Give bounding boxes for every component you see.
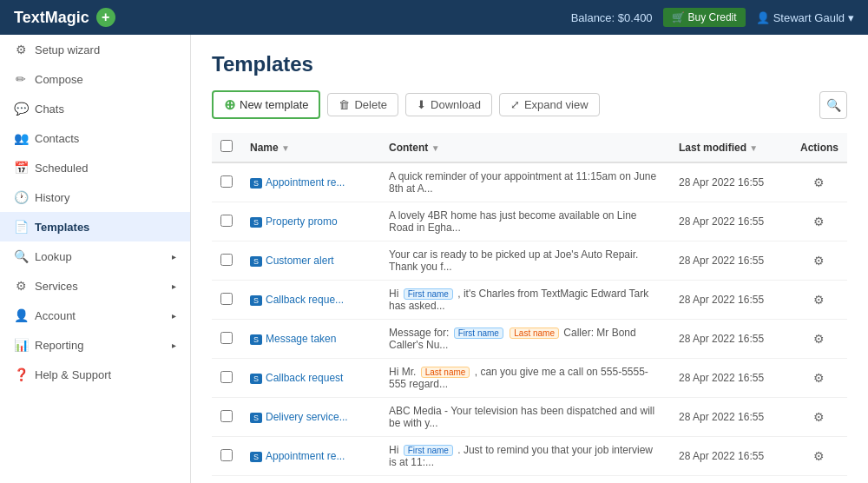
sidebar-item-compose[interactable]: ✏ Compose — [0, 64, 190, 94]
sidebar-item-lookup[interactable]: 🔍 Lookup ▸ — [0, 242, 190, 271]
content-column-header[interactable]: Content ▼ — [380, 133, 670, 162]
logo-plus-icon[interactable]: + — [96, 8, 115, 27]
row-checkbox-cell — [212, 476, 241, 484]
sidebar-item-help-support[interactable]: ❓ Help & Support — [0, 360, 190, 389]
sidebar-item-label: Contacts — [35, 132, 79, 145]
row-gear-button[interactable]: ⚙ — [813, 371, 825, 385]
row-checkbox[interactable] — [220, 410, 233, 422]
row-content-cell: Dear Mr Last name , Your booking is conf… — [380, 476, 670, 484]
buy-credit-button[interactable]: 🛒 Buy Credit — [663, 8, 746, 27]
search-button[interactable]: 🔍 — [819, 91, 847, 119]
template-name-link[interactable]: Callback request — [266, 372, 343, 384]
template-name-link[interactable]: Delivery service... — [266, 411, 348, 423]
sidebar-item-scheduled[interactable]: 📅 Scheduled — [0, 153, 190, 182]
name-column-header[interactable]: Name ▼ — [241, 133, 380, 162]
row-name-cell: SAppointment re... — [241, 162, 380, 202]
row-content-cell: Your car is ready to be picked up at Joe… — [380, 242, 670, 281]
row-checkbox[interactable] — [220, 254, 233, 266]
template-name-link[interactable]: Callback reque... — [266, 294, 344, 306]
row-actions-cell: ⚙ — [792, 242, 847, 281]
new-template-label: New template — [240, 98, 308, 111]
expand-button[interactable]: ⤢ Expand view — [499, 93, 600, 116]
header-right: Balance: $0.400 🛒 Buy Credit 👤 Stewart G… — [571, 8, 854, 27]
row-actions-cell: ⚙ — [792, 476, 847, 484]
select-all-checkbox[interactable] — [220, 140, 233, 152]
sidebar-item-contacts[interactable]: 👥 Contacts — [0, 123, 190, 153]
content-text: Hi — [389, 288, 402, 300]
sidebar-item-reporting[interactable]: 📊 Reporting ▸ — [0, 330, 190, 360]
balance-label: Balance: $0.400 — [571, 11, 653, 24]
table-row: SCallback request Hi Mr. Last name , can… — [212, 359, 847, 398]
name-sort-icon: ▼ — [281, 143, 290, 153]
chevron-right-icon: ▸ — [172, 281, 176, 291]
content-text: ABC Media - Your television has been dis… — [389, 405, 654, 429]
sidebar-item-services[interactable]: ⚙ Services ▸ — [0, 271, 190, 301]
template-name-link[interactable]: Appointment re... — [266, 450, 345, 462]
row-checkbox-cell — [212, 242, 241, 281]
template-name-link[interactable]: Appointment re... — [266, 176, 345, 189]
sidebar-item-templates[interactable]: 📄 Templates — [0, 212, 190, 242]
row-actions-cell: ⚙ — [792, 359, 847, 398]
templates-icon: 📄 — [14, 220, 28, 234]
chevron-right-icon: ▸ — [172, 252, 176, 261]
row-modified-cell: 28 Apr 2022 16:55 — [670, 202, 792, 242]
row-modified-cell: 28 Apr 2022 16:55 — [670, 281, 792, 320]
row-checkbox-cell — [212, 320, 241, 359]
last-name-tag: Last name — [421, 367, 470, 378]
sidebar-item-account[interactable]: 👤 Account ▸ — [0, 301, 190, 330]
table-row: SMessage taken Message for: First name L… — [212, 320, 847, 359]
row-gear-button[interactable]: ⚙ — [813, 175, 825, 189]
templates-table: Name ▼ Content ▼ Last modified ▼ Actions — [212, 133, 847, 483]
table-row: SCustomer alert Your car is ready to be … — [212, 242, 847, 281]
row-modified-cell: 28 Apr 2022 16:55 — [670, 162, 792, 202]
expand-icon: ⤢ — [510, 98, 520, 111]
template-type-tag: S — [250, 334, 262, 345]
sidebar-item-label: Services — [35, 280, 78, 293]
content-sort-icon: ▼ — [431, 143, 440, 153]
trash-icon: 🗑 — [339, 98, 350, 111]
content-text: Message for: — [389, 327, 452, 339]
row-checkbox[interactable] — [220, 293, 233, 305]
row-checkbox[interactable] — [220, 332, 233, 344]
user-name: Stewart Gauld — [773, 11, 845, 24]
modified-sort-icon: ▼ — [749, 143, 758, 153]
help-support-icon: ❓ — [14, 367, 28, 381]
content-text: Hi Mr. — [389, 366, 419, 378]
row-content-cell: Hi First name , it's Charles from TextMa… — [380, 281, 670, 320]
row-checkbox[interactable] — [220, 449, 233, 461]
row-gear-button[interactable]: ⚙ — [813, 293, 825, 307]
template-name-link[interactable]: Message taken — [266, 333, 336, 345]
row-checkbox[interactable] — [220, 175, 233, 188]
template-type-tag: S — [250, 256, 262, 267]
template-type-tag: S — [250, 295, 262, 306]
sidebar-item-label: Scheduled — [35, 162, 88, 175]
row-gear-button[interactable]: ⚙ — [813, 215, 825, 228]
modified-column-header[interactable]: Last modified ▼ — [670, 133, 792, 162]
template-type-tag: S — [250, 217, 262, 228]
template-type-tag: S — [250, 413, 262, 423]
download-button[interactable]: ⬇ Download — [405, 93, 492, 116]
delete-button[interactable]: 🗑 Delete — [327, 93, 398, 116]
table-row: SDelivery service... ABC Media - Your te… — [212, 398, 847, 437]
row-gear-button[interactable]: ⚙ — [813, 254, 825, 268]
row-modified-cell: 28 Apr 2022 16:55 — [670, 359, 792, 398]
row-checkbox[interactable] — [220, 215, 233, 227]
new-template-button[interactable]: ⊕ New template — [212, 90, 320, 119]
row-content-cell: A lovely 4BR home has just become availa… — [380, 202, 670, 242]
sidebar-item-history[interactable]: 🕐 History — [0, 182, 190, 212]
sidebar-item-chats[interactable]: 💬 Chats — [0, 94, 190, 123]
table-row: SBooking confir... Dear Mr Last name , Y… — [212, 476, 847, 484]
sidebar-item-label: Templates — [35, 221, 89, 234]
buy-credit-label: Buy Credit — [688, 11, 737, 23]
template-name-link[interactable]: Property promo — [266, 215, 338, 228]
sidebar-item-setup-wizard[interactable]: ⚙ Setup wizard — [0, 35, 190, 64]
setup-wizard-icon: ⚙ — [14, 43, 28, 56]
cart-icon: 🛒 — [672, 11, 685, 23]
user-menu[interactable]: 👤 Stewart Gauld ▾ — [756, 11, 854, 24]
row-gear-button[interactable]: ⚙ — [813, 410, 825, 424]
template-name-link[interactable]: Customer alert — [266, 255, 334, 267]
row-gear-button[interactable]: ⚙ — [813, 449, 825, 463]
toolbar-right: 🔍 — [819, 91, 847, 119]
row-gear-button[interactable]: ⚙ — [813, 332, 825, 346]
row-checkbox[interactable] — [220, 371, 233, 383]
